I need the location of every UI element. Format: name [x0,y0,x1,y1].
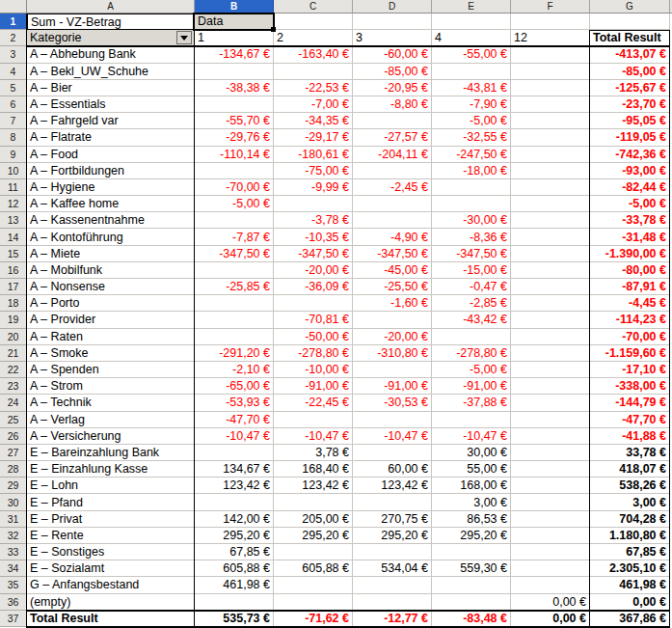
cell[interactable] [511,46,590,63]
cell[interactable] [353,212,432,229]
row-header-11[interactable]: 11 [0,179,27,196]
row-label[interactable]: A – Bekl_UW_Schuhe [27,64,195,80]
cell[interactable] [511,378,590,395]
cell[interactable]: -310,80 € [353,345,432,362]
cell[interactable] [511,395,590,411]
row-label[interactable]: E – Sonstiges [27,544,195,560]
row-header-7[interactable]: 7 [0,113,27,129]
row-header-36[interactable]: 36 [0,594,27,611]
cell[interactable]: -55,00 € [432,46,511,63]
row-header-9[interactable]: 9 [0,147,27,163]
cell[interactable] [353,412,432,428]
row-label[interactable]: A – Porto [27,295,195,312]
cell[interactable]: -347,50 € [353,246,432,262]
cell[interactable]: -247,50 € [432,147,511,163]
cell[interactable]: 295,20 € [274,528,353,544]
cell[interactable]: -93,00 € [590,163,670,179]
cell[interactable]: -47,70 € [195,412,274,428]
cell[interactable]: 367,86 € [590,611,670,627]
cell[interactable]: -125,67 € [590,80,670,96]
row-label[interactable]: A – Kontoführung [27,229,195,245]
cell[interactable]: 168,00 € [432,478,511,494]
cell[interactable]: -70,81 € [274,312,353,328]
row-header-1[interactable]: 1 [0,14,27,30]
cell[interactable] [432,412,511,428]
cell[interactable]: -7,87 € [195,229,274,245]
cell[interactable]: -53,93 € [195,395,274,411]
cell[interactable]: -7,90 € [432,96,511,113]
cell[interactable]: -65,00 € [195,378,274,395]
cell[interactable] [511,64,590,80]
cell[interactable] [511,295,590,312]
cell[interactable]: 55,00 € [432,461,511,478]
cell[interactable]: -87,91 € [590,279,670,295]
column-label-4[interactable]: 4 [432,30,511,46]
cell[interactable] [353,577,432,593]
cell[interactable]: 142,00 € [195,511,274,528]
cell[interactable] [195,96,274,113]
cell[interactable]: -10,47 € [432,428,511,445]
cell[interactable]: -38,38 € [195,80,274,96]
row-label[interactable]: A – Strom [27,378,195,395]
cell[interactable] [274,412,353,428]
cell[interactable]: 534,04 € [353,560,432,577]
cell[interactable]: -347,50 € [274,246,353,262]
cell[interactable] [353,494,432,510]
row-header-25[interactable]: 25 [0,412,27,428]
cell[interactable]: 60,00 € [353,461,432,478]
cell[interactable]: -2,10 € [195,362,274,378]
cell[interactable]: -43,81 € [432,80,511,96]
row-header-14[interactable]: 14 [0,229,27,245]
cell[interactable]: 0,00 € [590,594,670,611]
cell[interactable]: -30,00 € [432,212,511,229]
cell[interactable] [511,212,590,229]
cell[interactable]: -134,67 € [195,46,274,63]
column-header-b[interactable]: B [195,0,274,14]
cell[interactable]: -4,90 € [353,229,432,245]
cell[interactable]: -80,00 € [590,262,670,279]
cell[interactable] [432,594,511,611]
cell[interactable]: -30,53 € [353,395,432,411]
pivot-sum-button[interactable]: Sum - VZ-Betrag [27,14,195,30]
cell[interactable]: -47,70 € [590,412,670,428]
row-header-34[interactable]: 34 [0,560,27,577]
cell[interactable] [353,544,432,560]
cell[interactable]: -91,00 € [432,378,511,395]
cell[interactable] [353,362,432,378]
cell[interactable]: -18,00 € [432,163,511,179]
cell[interactable]: 67,85 € [590,544,670,560]
cell[interactable]: -50,00 € [274,329,353,345]
row-header-35[interactable]: 35 [0,577,27,593]
row-header-22[interactable]: 22 [0,362,27,378]
row-label[interactable]: E – Rente [27,528,195,544]
cell[interactable]: -5,00 € [590,196,670,212]
row-label[interactable]: A – Abhebung Bank [27,46,195,63]
cell[interactable] [511,129,590,146]
row-label[interactable]: A – Versicherung [27,428,195,445]
cell[interactable] [511,560,590,577]
cell[interactable]: -32,55 € [432,129,511,146]
cell[interactable] [511,478,590,494]
cell[interactable] [195,494,274,510]
cell[interactable] [590,14,670,30]
column-header-c[interactable]: C [274,0,353,14]
cell[interactable]: -347,50 € [432,246,511,262]
cell[interactable] [511,412,590,428]
cell[interactable]: 270,75 € [353,511,432,528]
cell[interactable]: -60,00 € [353,46,432,63]
cell[interactable]: -91,00 € [353,378,432,395]
row-label[interactable]: A – Fortbildungen [27,163,195,179]
cell[interactable]: -9,99 € [274,179,353,196]
cell[interactable] [511,528,590,544]
cell[interactable] [195,212,274,229]
cell[interactable] [511,80,590,96]
cell[interactable]: 2.305,10 € [590,560,670,577]
cell[interactable] [511,329,590,345]
column-header-a[interactable]: A [27,0,195,14]
cell[interactable] [274,594,353,611]
cell[interactable]: 1.180,80 € [590,528,670,544]
cell[interactable]: 605,88 € [274,560,353,577]
row-header-33[interactable]: 33 [0,544,27,560]
cell[interactable] [432,577,511,593]
cell[interactable]: -15,00 € [432,262,511,279]
